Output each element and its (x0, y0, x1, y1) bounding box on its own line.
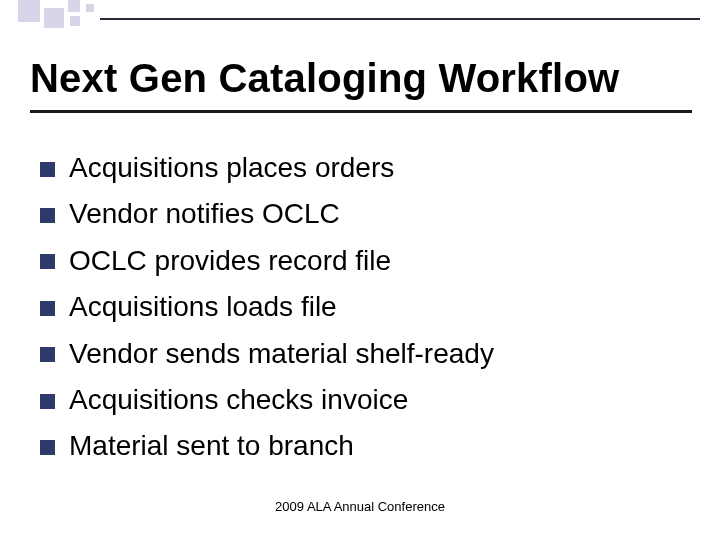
deco-square (68, 0, 80, 12)
bullet-text: OCLC provides record file (69, 243, 391, 279)
deco-square (86, 4, 94, 12)
deco-square (18, 0, 40, 22)
slide-footer: 2009 ALA Annual Conference (0, 499, 720, 514)
square-bullet-icon (40, 162, 55, 177)
square-bullet-icon (40, 394, 55, 409)
list-item: Vendor sends material shelf-ready (40, 336, 690, 372)
bullet-text: Acquisitions places orders (69, 150, 394, 186)
list-item: Acquisitions checks invoice (40, 382, 690, 418)
slide-title: Next Gen Cataloging Workflow (30, 56, 619, 101)
bullet-text: Acquisitions checks invoice (69, 382, 408, 418)
square-bullet-icon (40, 440, 55, 455)
square-bullet-icon (40, 347, 55, 362)
bullet-text: Vendor notifies OCLC (69, 196, 340, 232)
bullet-text: Acquisitions loads file (69, 289, 337, 325)
square-bullet-icon (40, 254, 55, 269)
list-item: Acquisitions loads file (40, 289, 690, 325)
bullet-text: Material sent to branch (69, 428, 354, 464)
list-item: Material sent to branch (40, 428, 690, 464)
slide-decoration (0, 0, 720, 38)
bullet-list: Acquisitions places orders Vendor notifi… (40, 150, 690, 475)
title-rule (30, 110, 692, 113)
list-item: OCLC provides record file (40, 243, 690, 279)
list-item: Acquisitions places orders (40, 150, 690, 186)
deco-square (70, 16, 80, 26)
square-bullet-icon (40, 301, 55, 316)
square-bullet-icon (40, 208, 55, 223)
deco-top-line (100, 18, 700, 20)
bullet-text: Vendor sends material shelf-ready (69, 336, 494, 372)
list-item: Vendor notifies OCLC (40, 196, 690, 232)
deco-square (44, 8, 64, 28)
